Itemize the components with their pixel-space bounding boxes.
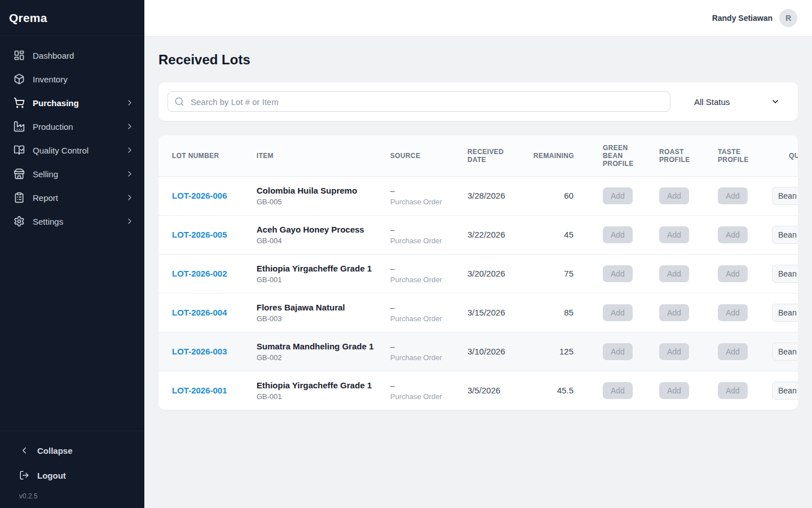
chevron-right-icon [125,217,134,226]
lot-number-link[interactable]: LOT-2026-001 [172,386,227,395]
add-roast-profile-button[interactable]: Add [659,304,689,321]
column-header-roast-profile: ROAST PROFILE [650,135,709,176]
table-body: LOT-2026-006 Colombia Huila Supremo GB-0… [158,176,798,410]
column-header-received-date: RECEIVED DATE [458,135,524,176]
add-green-bean-profile-button[interactable]: Add [603,304,633,321]
quality-action-button[interactable]: Bean [772,187,798,205]
app-version: v0.2.5 [0,488,144,500]
received-date: 3/28/2026 [458,176,524,215]
add-green-bean-profile-button[interactable]: Add [603,343,633,360]
app-logo: Qrema [9,11,47,25]
add-roast-profile-button[interactable]: Add [659,382,689,399]
add-green-bean-profile-button[interactable]: Add [603,382,633,399]
sidebar-item-report[interactable]: Report [0,186,144,209]
app-root: Qrema Dashboard Inventory Purchasing [0,0,812,508]
sidebar-nav: Dashboard Inventory Purchasing [0,36,144,431]
remaining-value: 45 [524,215,594,254]
quality-action-button[interactable]: Bean [772,265,798,283]
sidebar-item-selling[interactable]: Selling [0,162,144,186]
avatar[interactable]: R [779,9,797,27]
lot-number-link[interactable]: LOT-2026-002 [172,269,227,278]
add-roast-profile-button[interactable]: Add [659,343,689,360]
column-header-lot-number: LOT NUMBER [158,135,248,176]
sidebar-item-label: Report [33,193,125,203]
add-taste-profile-button[interactable]: Add [718,304,748,321]
user-name: Randy Setiawan [712,14,773,23]
column-header-source: SOURCE [381,135,458,176]
add-taste-profile-button[interactable]: Add [718,187,748,204]
received-date: 3/22/2026 [458,215,524,254]
table-row: LOT-2026-005 Aceh Gayo Honey Process GB-… [158,215,798,254]
source-value: – [390,341,454,352]
clipboard-icon [14,192,25,203]
add-taste-profile-button[interactable]: Add [718,343,748,360]
sidebar-item-purchasing[interactable]: Purchasing [0,91,144,115]
source-value: – [390,225,454,235]
sidebar-item-label: Inventory [33,75,134,84]
gear-icon [14,216,25,227]
topbar: Randy Setiawan R [144,0,812,36]
search-icon [174,97,184,107]
table-row: LOT-2026-002 Ethiopia Yirgacheffe Grade … [158,254,798,293]
lot-number-link[interactable]: LOT-2026-006 [172,191,227,200]
search-wrap [167,91,670,112]
sidebar-item-dashboard[interactable]: Dashboard [0,43,144,67]
column-header-green-bean-profile: GREEN BEAN PROFILE [594,135,650,176]
received-lots-table: LOT NUMBER ITEM SOURCE RECEIVED DATE REM… [158,135,798,410]
column-header-remaining: REMAINING [524,135,594,176]
remaining-value: 60 [524,176,594,215]
source-value: – [390,264,454,274]
add-roast-profile-button[interactable]: Add [659,226,689,243]
search-input[interactable] [167,91,670,112]
lot-number-link[interactable]: LOT-2026-004 [172,308,227,317]
logout-icon [19,470,29,480]
add-roast-profile-button[interactable]: Add [659,187,689,204]
lot-number-link[interactable]: LOT-2026-005 [172,230,227,239]
add-roast-profile-button[interactable]: Add [659,265,689,282]
source-type: Purchase Order [390,314,454,323]
add-taste-profile-button[interactable]: Add [718,382,748,399]
add-taste-profile-button[interactable]: Add [718,265,748,282]
remaining-value: 45.5 [524,371,594,410]
remaining-value: 125 [524,332,594,371]
sidebar-item-production[interactable]: Production [0,115,144,138]
source-value: – [390,303,454,313]
received-date: 3/5/2026 [458,371,524,410]
quality-action-button[interactable]: Bean [772,382,798,400]
item-name: Ethiopia Yirgacheffe Grade 1 [257,263,377,274]
quality-action-button[interactable]: Bean [772,226,798,244]
source-type: Purchase Order [390,237,454,245]
column-header-item: ITEM [248,135,381,176]
add-taste-profile-button[interactable]: Add [718,226,748,243]
quality-action-button[interactable]: Bean [772,343,798,361]
item-code: GB-001 [257,275,377,284]
source-value: – [390,380,454,391]
received-lots-table-card: LOT NUMBER ITEM SOURCE RECEIVED DATE REM… [158,135,798,410]
quality-action-button[interactable]: Bean [772,304,798,322]
lot-number-link[interactable]: LOT-2026-003 [172,347,227,356]
logout-button[interactable]: Logout [0,463,144,488]
sidebar-item-settings[interactable]: Settings [0,209,144,233]
status-filter-value: All Status [694,97,730,107]
collapse-label: Collapse [37,446,134,456]
item-code: GB-002 [257,353,377,362]
collapse-button[interactable]: Collapse [0,438,144,463]
status-filter-select[interactable]: All Status [682,91,788,112]
chevron-right-icon [125,122,134,131]
logout-label: Logout [37,471,134,480]
sidebar-item-label: Quality Control [33,146,125,155]
item-name: Sumatra Mandheling Grade 1 [257,341,377,352]
sidebar-item-label: Dashboard [33,51,134,60]
item-code: GB-004 [257,237,377,245]
source-type: Purchase Order [390,392,454,401]
item-code: GB-005 [257,198,377,206]
add-green-bean-profile-button[interactable]: Add [603,265,633,282]
table-header-row: LOT NUMBER ITEM SOURCE RECEIVED DATE REM… [158,135,798,176]
avatar-initial: R [785,14,791,23]
table-row: LOT-2026-003 Sumatra Mandheling Grade 1 … [158,332,798,371]
add-green-bean-profile-button[interactable]: Add [603,187,633,204]
sidebar-item-quality-control[interactable]: Quality Control [0,138,144,162]
page-title: Received Lots [158,52,798,68]
sidebar-item-inventory[interactable]: Inventory [0,67,144,91]
add-green-bean-profile-button[interactable]: Add [603,226,633,243]
